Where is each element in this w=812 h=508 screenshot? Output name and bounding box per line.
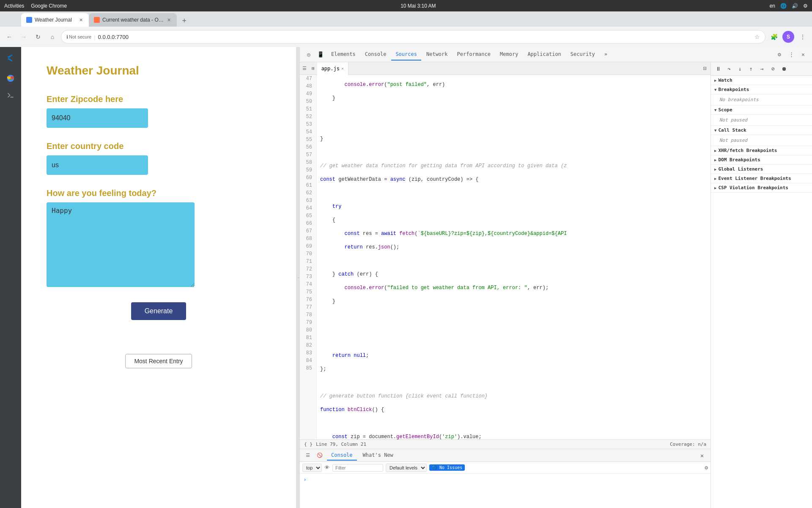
profile-button[interactable]: S [782,31,794,43]
url-bar[interactable]: ℹ Not secure | 0.0.0.0:7700 ☆ [61,30,765,44]
console-toolbar: top 👁 Default levels 🔵 No Issues ⚙ [300,462,710,474]
console-content: › [300,474,710,508]
code-line-52 [320,149,567,156]
sidebar-terminal-icon[interactable] [3,88,18,103]
sources-right-panel: ⏸ ↷ ↓ ↑ → ⊘ ⏺ ▶ Watch ▼ [710,62,812,508]
bookmark-icon[interactable]: ☆ [754,33,760,40]
extensions-button[interactable]: 🧩 [768,31,780,43]
ln-65: 65 [302,212,314,220]
code-line-49 [320,108,567,116]
forward-button[interactable]: → [18,31,30,43]
breakpoints-content: No breakpoints [711,94,812,105]
console-tab-console[interactable]: Console [327,450,357,461]
tab-memory[interactable]: Memory [496,49,522,61]
devtools-splitter[interactable]: ⋮ [296,47,299,508]
format-icon[interactable]: { } [304,442,313,447]
pause-button[interactable]: ⏸ [713,64,723,74]
recent-entry-button[interactable]: Most Recent Entry [125,354,192,368]
devtools-close-icon[interactable]: ✕ [798,49,809,60]
record-button[interactable]: ⏺ [779,64,789,74]
ln-60: 60 [302,174,314,182]
zipcode-label: Enter Zipcode here [47,94,271,104]
console-filter-input[interactable] [332,464,383,472]
feeling-textarea[interactable]: Happy [47,202,195,287]
tab1-favicon [26,17,32,23]
activities-label[interactable]: Activities [4,3,24,9]
tab-weather-data[interactable]: Current weather data - O… ✕ [89,13,177,27]
step-button[interactable]: → [757,64,767,74]
reload-button[interactable]: ↻ [32,31,44,43]
network-icon: 🌐 [780,3,787,9]
watch-section-header[interactable]: ▶ Watch [711,76,812,85]
file-tab-close[interactable]: ✕ [341,66,344,71]
security-icon: ℹ [66,34,68,40]
sources-split-icon[interactable]: ⊞ [309,66,317,71]
os-time: 10 Mai 3:10 AM [401,3,436,9]
scope-section-header[interactable]: ▼ Scope [711,105,812,115]
country-input[interactable] [47,155,148,175]
sources-format-icon[interactable]: ⊡ [700,63,710,74]
os-bar-left: Activities Google Chrome [4,3,67,9]
sources-sidebar-toggle[interactable]: ☰ [300,66,309,71]
sidebar-vscode-icon[interactable] [3,50,18,66]
home-button[interactable]: ⌂ [47,31,58,43]
os-bar: Activities Google Chrome 10 Mai 3:10 AM … [0,0,812,11]
console-prompt-icon: › [303,476,307,483]
menu-button[interactable]: ⋮ [797,31,809,43]
tab-more[interactable]: » [600,49,612,61]
console-sidebar-icon[interactable]: ☰ [303,453,313,458]
zipcode-input[interactable] [47,108,148,128]
ln-74: 74 [302,281,314,288]
ln-59: 59 [302,166,314,174]
tab1-close[interactable]: ✕ [78,17,84,24]
eye-icon[interactable]: 👁 [324,464,330,471]
ln-62: 62 [302,189,314,197]
step-into-button[interactable]: ↓ [735,64,745,74]
step-over-button[interactable]: ↷ [724,64,734,74]
chrome-window: Weather Journal ✕ Current weather data -… [0,11,812,508]
deactivate-breakpoints-button[interactable]: ⊘ [768,64,778,74]
code-scroll[interactable]: 47 48 49 50 51 52 53 54 55 56 [300,75,710,439]
tab-console[interactable]: Console [361,49,391,61]
line-col-status: Line 79, Column 21 [316,442,366,447]
generate-button[interactable]: Generate [131,302,187,320]
tab-elements[interactable]: Elements [327,49,360,61]
devtools-settings-icon[interactable]: ⚙ [774,49,785,60]
csp-section-header[interactable]: ▶ CSP Violation Breakpoints [711,183,812,193]
ln-53: 53 [302,121,314,128]
tab-security[interactable]: Security [566,49,599,61]
sidebar-chrome-icon[interactable] [3,71,18,86]
tab-sources[interactable]: Sources [391,49,421,61]
tab-network[interactable]: Network [422,49,452,61]
console-clear-icon[interactable]: 🚫 [314,453,325,458]
back-button[interactable]: ← [3,31,15,43]
dom-section-header[interactable]: ▶ DOM Breakpoints [711,155,812,165]
console-close-button[interactable]: ✕ [697,450,707,461]
tab-weather-journal[interactable]: Weather Journal ✕ [21,13,89,27]
tab2-close[interactable]: ✕ [166,17,172,24]
ln-63: 63 [302,197,314,204]
tab-application[interactable]: Application [523,49,565,61]
call-stack-section-header[interactable]: ▼ Call Stack [711,126,812,135]
event-listener-section-header[interactable]: ▶ Event Listener Breakpoints [711,174,812,183]
devtools-inspect-icon[interactable]: ◎ [303,49,314,60]
new-tab-button[interactable]: + [178,15,190,27]
debugger-controls: ⏸ ↷ ↓ ↑ → ⊘ ⏺ [711,62,812,76]
console-levels-selector[interactable]: Default levels [386,464,427,472]
console-tab-whats-new[interactable]: What's New [359,450,398,461]
ln-76: 76 [302,296,314,304]
code-line-73: const zip = document.getElementById('zip… [320,433,567,439]
devtools-device-icon[interactable]: 📱 [315,49,326,60]
main-area: Weather Journal Enter Zipcode here Enter… [0,47,812,508]
console-settings-icon[interactable]: ⚙ [705,464,708,471]
global-listeners-section-header[interactable]: ▶ Global Listeners [711,165,812,174]
devtools-dots-icon[interactable]: ⋮ [786,49,797,60]
console-context-selector[interactable]: top [302,464,322,472]
file-tab-appjs[interactable]: app.js ✕ [317,62,348,75]
code-line-58: const res = await fetch(`${baseURL}?zip=… [320,230,567,237]
breakpoints-section-header[interactable]: ▼ Breakpoints [711,85,812,94]
code-lines: 47 48 49 50 51 52 53 54 55 56 [300,75,710,439]
step-out-button[interactable]: ↑ [746,64,756,74]
tab-performance[interactable]: Performance [453,49,495,61]
xhr-section-header[interactable]: ▶ XHR/fetch Breakpoints [711,146,812,155]
